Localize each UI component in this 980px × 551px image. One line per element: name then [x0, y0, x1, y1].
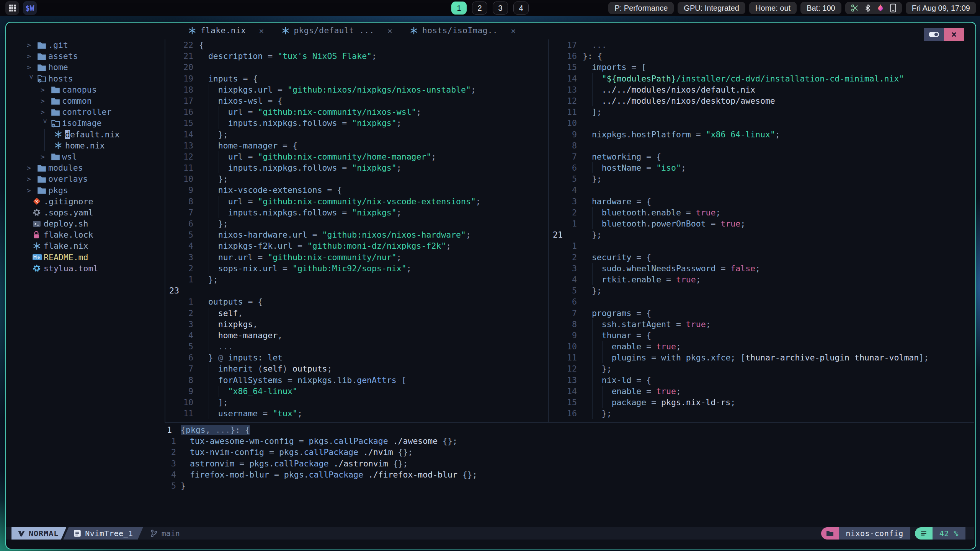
- chevron-right-icon[interactable]: >: [41, 108, 51, 116]
- code-line[interactable]: 2sops-nix.url = "github:Mic92/sops-nix";: [165, 263, 548, 274]
- chevron-right-icon[interactable]: >: [41, 97, 51, 105]
- workspace-button-2[interactable]: 2: [472, 2, 487, 15]
- code-line[interactable]: 2bluetooth.enable = true;: [549, 207, 973, 218]
- code-line[interactable]: 3hardware = {: [549, 196, 973, 207]
- app-launcher-button[interactable]: [5, 1, 19, 15]
- code-line[interactable]: 15imports = [: [549, 62, 973, 73]
- code-line[interactable]: 9"x86_64-linux": [165, 386, 548, 397]
- code-line[interactable]: 1outputs = {: [165, 296, 548, 307]
- code-line[interactable]: 9nixpkgs.hostPlatform = "x86_64-linux";: [549, 129, 973, 140]
- tab-close-icon[interactable]: ×: [387, 26, 392, 36]
- tab-close-icon[interactable]: ×: [511, 26, 516, 36]
- chevron-right-icon[interactable]: >: [27, 175, 37, 183]
- logo-button[interactable]: $W: [23, 1, 37, 15]
- chevron-right-icon[interactable]: >: [27, 63, 37, 71]
- code-line[interactable]: 11];: [549, 106, 973, 117]
- code-line[interactable]: 5};: [549, 285, 973, 296]
- editor-pane-iso-default-nix[interactable]: 17...16}: {15imports = [14"${modulesPath…: [549, 39, 973, 421]
- tree-item-default-nix[interactable]: default.nix: [6, 129, 165, 140]
- code-line[interactable]: 7networking = {: [549, 151, 973, 162]
- code-line[interactable]: 1tux-awesome-wm-config = pkgs.callPackag…: [165, 435, 973, 447]
- code-line[interactable]: 1};: [165, 274, 548, 285]
- code-line[interactable]: 7inherit (self) outputs;: [165, 363, 548, 374]
- code-line[interactable]: 11inputs.nixpkgs.follows = "nixpkgs";: [165, 162, 548, 173]
- code-line[interactable]: 6: [549, 296, 973, 307]
- code-line[interactable]: 18nixpkgs.url = "github:nixos/nixpkgs/ni…: [165, 84, 548, 95]
- tree-item-deploy-sh[interactable]: deploy.sh: [6, 218, 165, 229]
- code-line[interactable]: 1bluetooth.powerOnBoot = true;: [549, 218, 973, 229]
- code-line[interactable]: 20: [165, 62, 548, 73]
- tree-item-stylua-toml[interactable]: stylua.toml: [6, 263, 165, 274]
- tree-item--sops-yaml[interactable]: .sops.yaml: [6, 207, 165, 218]
- code-line[interactable]: 6hostName = "iso";: [549, 162, 973, 173]
- code-line[interactable]: 10};: [165, 173, 548, 184]
- workspace-button-1[interactable]: 1: [451, 2, 467, 15]
- tab-pkgs-default-[interactable]: pkgs/default ...×: [273, 23, 400, 39]
- tab-flake-nix[interactable]: flake.nix×: [180, 23, 272, 39]
- chevron-right-icon[interactable]: >: [27, 186, 37, 194]
- code-line[interactable]: 3sudo.wheelNeedsPassword = false;: [549, 263, 973, 274]
- code-line[interactable]: 10: [549, 117, 973, 129]
- code-line[interactable]: 16url = "github:nix-community/nixos-wsl"…: [165, 106, 548, 117]
- code-line[interactable]: 17nixos-wsl = {: [165, 95, 548, 106]
- code-line[interactable]: 15package = pkgs.nix-ld-rs;: [549, 397, 973, 408]
- code-line[interactable]: 15inputs.nixpkgs.follows = "nixpkgs";: [165, 117, 548, 129]
- code-line[interactable]: 4nixpkgs-f2k.url = "github:moni-dz/nixpk…: [165, 240, 548, 251]
- tree-item-pkgs[interactable]: >pkgs: [6, 184, 165, 196]
- pane-horizontal-separator[interactable]: [165, 422, 974, 423]
- code-line[interactable]: 21};: [549, 229, 973, 240]
- editor-pane-flake-nix[interactable]: 22{21description = "tux's NixOS Flake";2…: [165, 39, 548, 421]
- workspace-button-4[interactable]: 4: [513, 2, 529, 15]
- code-line[interactable]: 21description = "tux's NixOS Flake";: [165, 51, 548, 62]
- tab-hosts-isoImag-[interactable]: hosts/isoImag..×: [402, 23, 523, 39]
- tree-item-canopus[interactable]: >canopus: [6, 84, 165, 95]
- editor-pane-pkgs-default-nix[interactable]: 1{pkgs, ...}: {1tux-awesome-wm-config = …: [165, 424, 973, 524]
- tree-item-common[interactable]: >common: [6, 95, 165, 106]
- tree-item-controller[interactable]: >controller: [6, 106, 165, 117]
- tree-item-flake-nix[interactable]: flake.nix: [6, 240, 165, 251]
- code-line[interactable]: 17...: [549, 39, 973, 51]
- chevron-right-icon[interactable]: >: [27, 164, 37, 172]
- code-line[interactable]: 12};: [549, 363, 973, 374]
- chevron-right-icon[interactable]: >: [27, 41, 37, 49]
- code-line[interactable]: 8url = "github:nix-community/nix-vscode-…: [165, 196, 548, 207]
- code-line[interactable]: 3nixpkgs,: [165, 319, 548, 330]
- code-line[interactable]: 4firefox-mod-blur = pkgs.callPackage ./f…: [165, 469, 973, 480]
- code-line[interactable]: 2tux-nvim-config = pkgs.callPackage ./nv…: [165, 447, 973, 458]
- window-toggle-button[interactable]: [924, 28, 944, 41]
- chevron-right-icon[interactable]: >: [41, 86, 51, 94]
- code-line[interactable]: 14"${modulesPath}/installer/cd-dvd/insta…: [549, 73, 973, 84]
- code-line[interactable]: 3nur.url = "github:nix-community/nur";: [165, 252, 548, 263]
- code-line[interactable]: 6};: [165, 218, 548, 229]
- code-line[interactable]: 2self,: [165, 308, 548, 319]
- code-line[interactable]: 14enable = true;: [549, 386, 973, 397]
- tree-item-overlays[interactable]: >overlays: [6, 173, 165, 184]
- tree-item--gitignore[interactable]: .gitignore: [6, 196, 165, 207]
- tree-item-home[interactable]: >home: [6, 62, 165, 73]
- chevron-down-icon[interactable]: >: [41, 119, 49, 129]
- code-line[interactable]: 4rtkit.enable = true;: [549, 274, 973, 285]
- code-line[interactable]: 16}: {: [549, 51, 973, 62]
- code-line[interactable]: 12../../modules/nixos/desktop/awesome: [549, 95, 973, 106]
- chevron-right-icon[interactable]: >: [41, 153, 51, 161]
- code-line[interactable]: 7programs = {: [549, 308, 973, 319]
- tree-item-home-nix[interactable]: home.nix: [6, 140, 165, 151]
- code-line[interactable]: 2security = {: [549, 252, 973, 263]
- code-line[interactable]: 9nix-vscode-extensions = {: [165, 184, 548, 196]
- code-line[interactable]: 11username = "tux";: [165, 408, 548, 419]
- code-line[interactable]: 5...: [165, 341, 548, 352]
- tree-item-modules[interactable]: >modules: [6, 162, 165, 173]
- code-line[interactable]: 5}: [165, 480, 973, 491]
- code-line[interactable]: 13nix-ld = {: [549, 375, 973, 386]
- code-line[interactable]: 8: [549, 140, 973, 151]
- code-line[interactable]: 16};: [549, 408, 973, 419]
- code-line[interactable]: 13home-manager = {: [165, 140, 548, 151]
- code-line[interactable]: 8ssh.startAgent = true;: [549, 319, 973, 330]
- code-line[interactable]: 10enable = true;: [549, 341, 973, 352]
- code-line[interactable]: 4: [549, 184, 973, 196]
- tree-item-assets[interactable]: >assets: [6, 51, 165, 62]
- code-line[interactable]: 5};: [549, 173, 973, 184]
- tree-item-isoImage[interactable]: >isoImage: [6, 117, 165, 129]
- code-line[interactable]: 19inputs = {: [165, 73, 548, 84]
- code-line[interactable]: 13../../modules/nixos/default.nix: [549, 84, 973, 95]
